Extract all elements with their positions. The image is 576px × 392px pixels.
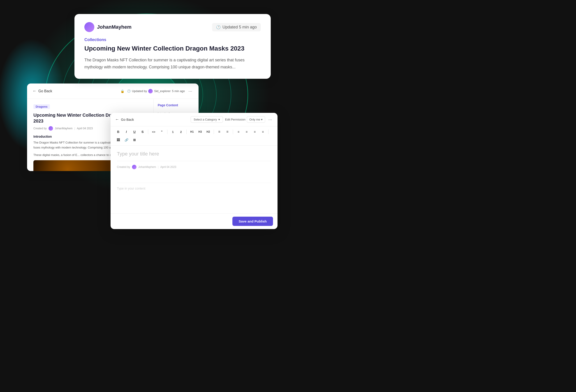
- go-back-label: Go Back: [121, 118, 134, 121]
- format-toolbar: B I U S <> " 1 2 H1 H3 H2 ≡ ≡ ≡ ≡ ≡ ≡ 🖼 …: [111, 126, 278, 146]
- new-editor-content[interactable]: Type your title here Created by JohanMay…: [111, 146, 278, 213]
- new-editor-toolbar: ← Go Back Select a Category ▾ Edit Permi…: [111, 113, 278, 126]
- format-separator: [233, 129, 233, 134]
- h2-button[interactable]: H2: [205, 129, 211, 135]
- article-excerpt: The Dragon Masks NFT Collection for summ…: [84, 57, 261, 70]
- content-input[interactable]: Type in your content: [117, 187, 271, 190]
- quote-button[interactable]: ": [159, 129, 165, 135]
- ordered-list-button[interactable]: ≡: [224, 129, 230, 135]
- h1-button[interactable]: H1: [189, 129, 195, 135]
- new-editor-go-back-button[interactable]: ← Go Back: [115, 117, 134, 122]
- clock-icon: 🕐: [216, 25, 221, 29]
- separator: |: [158, 165, 158, 169]
- h3-button[interactable]: H3: [197, 129, 203, 135]
- go-back-label: Go Back: [38, 89, 52, 93]
- go-back-button[interactable]: ← Go Back: [32, 89, 52, 93]
- new-article-date: April 04 2023: [160, 165, 176, 169]
- chevron-down-icon: ▾: [218, 118, 220, 121]
- toolbar-right: 🔒 🕐 Updated by Sid_explorer 5 min ago ··…: [120, 88, 193, 94]
- article-date: April 04 2023: [77, 127, 93, 130]
- update-time: 5 min ago: [172, 89, 185, 93]
- author-name: JohanMayhem: [55, 127, 73, 130]
- table-button[interactable]: ⊞: [131, 137, 138, 143]
- format-separator: [148, 129, 148, 134]
- user-info: JohanMayhem: [84, 22, 132, 32]
- editor-footer: Save and Publish: [111, 213, 278, 229]
- created-by-label: Created by: [33, 127, 47, 130]
- new-author-name: JohanMayhem: [138, 165, 156, 169]
- format-separator: [214, 129, 214, 134]
- back-arrow-icon: ←: [115, 117, 119, 122]
- back-arrow-icon: ←: [32, 89, 36, 93]
- code-button[interactable]: <>: [150, 129, 157, 135]
- category-select-label: Select a Category: [194, 118, 217, 121]
- more-options-button[interactable]: ···: [187, 88, 193, 94]
- new-editor-more-button[interactable]: ···: [267, 116, 273, 123]
- updated-by-label: Updated by: [132, 89, 147, 93]
- category-label: Collections: [84, 37, 261, 42]
- article-title: Upcoming New Winter Collection Dragon Ma…: [84, 44, 261, 53]
- link-button[interactable]: 🔗: [123, 137, 130, 143]
- separator: |: [74, 127, 75, 130]
- author-avatar: [49, 126, 53, 131]
- clock-icon-sm: 🕐: [127, 89, 131, 93]
- bold-button[interactable]: B: [115, 129, 121, 135]
- updated-time-text: Updated 5 min ago: [223, 25, 257, 30]
- created-by-label: Created by: [117, 165, 130, 169]
- updated-by-badge: 🕐 Updated by Sid_explorer 5 min ago: [127, 89, 185, 93]
- avatar: [84, 22, 94, 32]
- username: JohanMayhem: [97, 24, 132, 30]
- format-separator: [186, 129, 187, 134]
- editor-toolbar: ← Go Back 🔒 🕐 Updated by Sid_explorer 5 …: [27, 84, 199, 99]
- lock-icon: 🔒: [120, 89, 124, 93]
- list-num-2-button[interactable]: 2: [178, 129, 184, 135]
- category-select[interactable]: Select a Category ▾: [191, 116, 223, 123]
- align-left-button[interactable]: ≡: [235, 129, 242, 135]
- title-input[interactable]: Type your title here: [117, 151, 271, 157]
- underline-button[interactable]: U: [131, 129, 138, 135]
- new-editor-toolbar-right: Select a Category ▾ Edit Permission Only…: [191, 116, 273, 123]
- dragons-tag: Dragons: [33, 104, 50, 109]
- new-editor-card: ← Go Back Select a Category ▾ Edit Permi…: [111, 113, 278, 229]
- format-separator: [268, 129, 268, 134]
- italic-button[interactable]: I: [123, 129, 130, 135]
- strikethrough-button[interactable]: S: [140, 129, 146, 135]
- align-justify-button[interactable]: ≡: [260, 129, 266, 135]
- edit-permission-group: Edit Permission Only me ▾: [225, 116, 265, 123]
- list-num-1-button[interactable]: 1: [170, 129, 176, 135]
- unordered-list-button[interactable]: ≡: [216, 129, 223, 135]
- updater-avatar: [148, 89, 153, 93]
- align-right-button[interactable]: ≡: [252, 129, 258, 135]
- image-button[interactable]: 🖼: [115, 137, 121, 143]
- permission-select[interactable]: Only me ▾: [247, 116, 265, 123]
- new-author-avatar: [132, 165, 137, 169]
- updated-time-badge: 🕐 Updated 5 min ago: [212, 23, 261, 31]
- align-center-button[interactable]: ≡: [243, 129, 250, 135]
- updater-name: Sid_explorer: [154, 89, 171, 93]
- edit-permission-label: Edit Permission: [225, 118, 245, 121]
- chevron-down-icon: ▾: [261, 118, 263, 121]
- preview-card-header: JohanMayhem 🕐 Updated 5 min ago: [84, 22, 261, 32]
- preview-card: JohanMayhem 🕐 Updated 5 min ago Collecti…: [74, 14, 271, 79]
- toc-title: Page Content: [158, 103, 195, 107]
- permission-value: Only me: [249, 118, 260, 121]
- new-created-by-row: Created by JohanMayhem | April 04 2023: [117, 165, 271, 169]
- save-publish-button[interactable]: Save and Publish: [232, 217, 273, 226]
